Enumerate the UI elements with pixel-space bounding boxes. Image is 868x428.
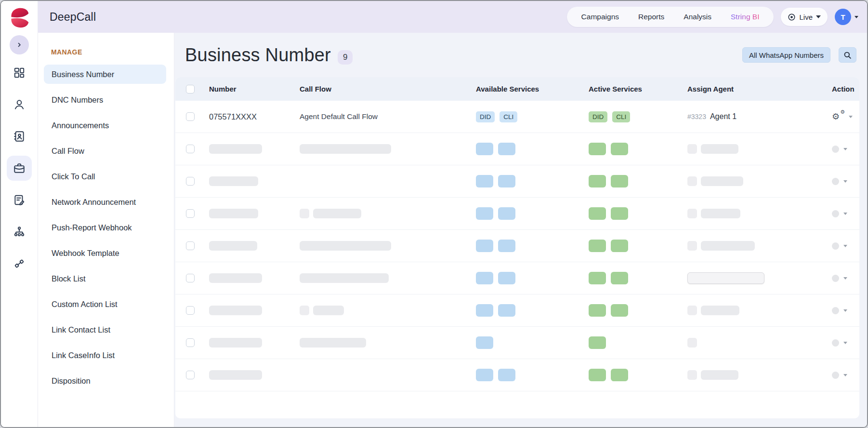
skeleton-number	[209, 176, 258, 186]
skeleton-number	[209, 144, 262, 154]
action-cell	[832, 210, 847, 217]
active-badge-cli: CLI	[612, 111, 630, 122]
sidebar-item-business-number[interactable]: Business Number	[44, 65, 166, 84]
table-row-skeleton	[175, 327, 859, 359]
sidebar-item-link-caseinfo-list[interactable]: Link CaseInfo List	[44, 346, 166, 365]
sidebar-item-announcements[interactable]: Announcements	[44, 116, 166, 135]
sidebar-expand-button[interactable]	[10, 35, 29, 54]
table-row: 075571XXXX Agent Default Call Flow DIDCL…	[175, 101, 859, 133]
sidebar-item-dnc-numbers[interactable]: DNC Numbers	[44, 90, 166, 109]
main-content: Business Number 9 All WhatsApp Numbers	[174, 33, 867, 427]
action-caret-icon[interactable]	[843, 148, 847, 150]
rail-contacts-button[interactable]	[7, 124, 32, 149]
sidebar-item-push-report-webhook[interactable]: Push-Report Webhook	[44, 218, 166, 237]
action-caret-icon[interactable]	[849, 116, 853, 118]
skeleton-agent-avatar	[687, 209, 697, 218]
skeleton-number	[209, 273, 262, 283]
action-caret-icon[interactable]	[843, 374, 847, 376]
skeleton-action-icon	[832, 242, 839, 250]
row-checkbox[interactable]	[186, 338, 195, 347]
table-row-skeleton	[175, 294, 859, 327]
live-mode-button[interactable]: Live	[781, 8, 828, 26]
search-button[interactable]	[839, 47, 856, 63]
assign-agent-cell	[687, 241, 832, 251]
row-checkbox[interactable]	[186, 371, 195, 379]
sidebar-item-custom-action-list[interactable]: Custom Action List	[44, 294, 166, 314]
active-services-cell	[589, 336, 687, 349]
rail-dashboard-button[interactable]	[7, 60, 32, 85]
action-caret-icon[interactable]	[843, 309, 847, 312]
table-row-skeleton	[175, 262, 859, 294]
row-checkbox[interactable]	[186, 241, 195, 250]
row-checkbox[interactable]	[186, 112, 195, 121]
sidebar-item-link-contact-list[interactable]: Link Contact List	[44, 320, 166, 339]
nav-item-analysis[interactable]: Analysis	[684, 13, 711, 21]
sidebar-menu: Business NumberDNC NumbersAnnouncementsC…	[38, 65, 174, 390]
row-checkbox[interactable]	[186, 306, 195, 315]
action-caret-icon[interactable]	[843, 180, 847, 183]
skeleton-action-icon	[832, 146, 839, 153]
all-whatsapp-numbers-button[interactable]: All WhatsApp Numbers	[742, 47, 830, 63]
sidebar-item-click-to-call[interactable]: Click To Call	[44, 167, 166, 186]
rail-business-numbers-button[interactable]	[7, 156, 32, 181]
action-caret-icon[interactable]	[843, 245, 847, 247]
action-caret-icon[interactable]	[843, 277, 847, 280]
rail-users-button[interactable]	[7, 92, 32, 117]
rail-integrations-button[interactable]	[7, 251, 32, 276]
sidebar-item-webhook-template[interactable]: Webhook Template	[44, 243, 166, 263]
sidebar-item-call-flow[interactable]: Call Flow	[44, 141, 166, 160]
checkbox-cell	[186, 145, 209, 153]
skeleton-available-badge	[498, 175, 515, 187]
action-caret-icon[interactable]	[843, 213, 847, 215]
active-services-cell	[589, 143, 687, 155]
skeleton-agent-avatar	[687, 370, 697, 380]
row-checkbox[interactable]	[186, 274, 195, 282]
user-avatar[interactable]: T	[835, 9, 851, 25]
sidebar-item-network-announcement[interactable]: Network Announcement	[44, 192, 166, 212]
skeleton-agent-name	[701, 241, 755, 251]
skeleton-active-badge	[589, 175, 606, 187]
settings-gear-icon[interactable]: ⚙⚙	[832, 111, 844, 122]
skeleton-agent-name	[701, 370, 738, 380]
skeleton-available-badge	[498, 304, 515, 317]
skeleton-call-flow	[300, 241, 391, 251]
user-icon	[13, 98, 26, 111]
column-header-assign-agent: Assign Agent	[687, 85, 832, 93]
brand-title: DeepCall	[50, 11, 96, 24]
skeleton-call-flow	[313, 209, 361, 218]
skeleton-active-badge	[589, 304, 606, 317]
avatar-caret-icon[interactable]	[855, 16, 858, 18]
sidebar: MANAGE Business NumberDNC NumbersAnnounc…	[38, 33, 174, 427]
rail-notes-button[interactable]	[7, 187, 32, 213]
active-services-cell	[589, 207, 687, 220]
available-badge-cli: CLI	[500, 111, 517, 122]
rail-callflow-button[interactable]	[7, 219, 32, 244]
select-all-checkbox[interactable]	[186, 85, 195, 94]
briefcase-icon	[13, 162, 26, 174]
action-caret-icon[interactable]	[843, 342, 847, 344]
sidebar-item-block-list[interactable]: Block List	[44, 269, 166, 288]
string-bi-link[interactable]: String BI	[731, 13, 759, 21]
row-checkbox[interactable]	[186, 145, 195, 153]
rail-nav	[7, 60, 32, 276]
number-cell	[209, 176, 300, 186]
call-flow-cell	[300, 338, 476, 348]
skeleton-agent-name	[701, 209, 740, 218]
nav-item-reports[interactable]: Reports	[638, 13, 664, 21]
skeleton-available-badge	[498, 143, 515, 155]
nav-item-campaigns[interactable]: Campaigns	[581, 13, 619, 21]
active-services-cell: DIDCLI	[589, 111, 687, 122]
available-services-cell	[476, 272, 589, 284]
skeleton-active-badge	[589, 240, 606, 252]
top-header: DeepCall CampaignsReportsAnalysisString …	[38, 1, 867, 33]
skeleton-call-flow	[300, 338, 366, 348]
row-checkbox[interactable]	[186, 209, 195, 218]
assign-agent-cell	[687, 144, 832, 154]
sidebar-item-disposition[interactable]: Disposition	[44, 371, 166, 390]
page-head: Business Number 9 All WhatsApp Numbers	[175, 33, 859, 77]
checkbox-cell	[186, 371, 209, 379]
number-cell	[209, 241, 300, 251]
row-checkbox[interactable]	[186, 177, 195, 186]
action-cell	[832, 242, 847, 250]
active-badge-did: DID	[589, 111, 607, 122]
